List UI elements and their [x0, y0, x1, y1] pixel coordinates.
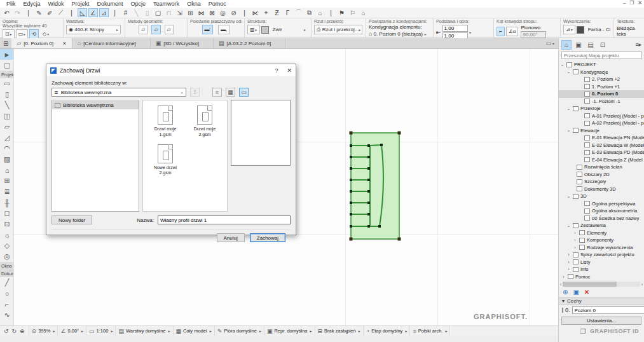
history-forward-icon[interactable]: ↻ [12, 328, 17, 334]
selected-slab-element[interactable] [343, 127, 413, 247]
menu-item[interactable]: Projekt [68, 1, 93, 7]
inject-parameters-icon[interactable]: ✐ [45, 8, 55, 17]
morph-tool[interactable]: ◇ [0, 240, 14, 251]
building-material-selector[interactable]: Żwir▸ [270, 25, 308, 34]
list-view-button[interactable]: ≡ [212, 88, 222, 97]
stretch-icon[interactable]: ⋈ [196, 8, 206, 17]
navigator-menu-icon[interactable]: ≡▸ [635, 41, 641, 48]
tree-poziom-0[interactable]: 0. Poziom 0 [559, 90, 644, 98]
sep[interactable]: | [24, 8, 33, 17]
menu-item[interactable]: Opcje [127, 1, 150, 7]
tree-dokumenty-3d[interactable]: Dokumenty 3D [559, 186, 644, 193]
story-value[interactable]: 0. Poziom 0 (bieżąca) [373, 31, 422, 37]
dialog-help-button[interactable]: ? [275, 67, 278, 74]
marquee-tool[interactable]: ▢ [0, 60, 14, 71]
section-okno[interactable]: Okno [0, 262, 14, 270]
tree-expand-arrow[interactable]: ⌄ [566, 194, 571, 199]
delete-icon[interactable]: ✕ [584, 289, 589, 296]
tree-expand-arrow[interactable]: › [573, 238, 577, 242]
structure-display[interactable]: ▦ Cały model ▸ [174, 326, 215, 336]
tree-expand-arrow[interactable]: › [561, 275, 566, 279]
tree-e03[interactable]: E-03 Elewacja PD (Model - przebudow [559, 149, 644, 156]
project-map-icon[interactable]: ⌂ [561, 40, 572, 50]
dialog-title-bar[interactable]: Zachowaj Drzwi ? ✕ [46, 64, 296, 76]
wall-tool[interactable]: ▭ [0, 78, 14, 89]
tab-3d-wszystko[interactable]: ▣ [3D / Wszystko] [151, 38, 214, 48]
tree-expand-arrow[interactable]: › [573, 245, 577, 250]
geometry-rotated-icon[interactable]: ▱ [165, 25, 174, 34]
tab-poziom-0[interactable]: ▱ [0. Poziom 0] ✕ [11, 38, 72, 48]
fillet-icon[interactable]: Γ [283, 8, 292, 17]
plane-icon[interactable]: ▯ [142, 8, 152, 17]
properties-section-header[interactable]: ▾ Cechy [559, 297, 644, 305]
structure-type-icon[interactable]: ▥▸ [247, 25, 260, 34]
library-combo[interactable]: ≣ Biblioteka wewnętrzna ⌄ [51, 88, 186, 97]
lock-icon[interactable]: ⊓ [164, 8, 174, 17]
railing-tool[interactable]: ╫ [0, 197, 14, 208]
plane-top-icon[interactable]: ▬' [202, 25, 214, 34]
resize-icon[interactable]: ⧉ [305, 8, 314, 17]
section-dokument[interactable]: Dokume [0, 270, 14, 277]
menu-item[interactable]: Teamwork [149, 1, 183, 7]
publisher-icon[interactable]: ⊡ [598, 40, 608, 50]
view-map-icon[interactable]: ▣ [573, 40, 584, 50]
library-file-item[interactable]: Drzwi moje2.gsm [185, 106, 224, 138]
tree-expand-arrow[interactable]: › [573, 231, 577, 235]
tree-pomoc[interactable]: › Pomoc [559, 273, 644, 280]
tree-expand-arrow[interactable]: ⌄ [566, 223, 571, 228]
shell-tool[interactable]: ◠ [0, 143, 14, 154]
plane-bottom-icon[interactable]: ▬, [218, 25, 230, 34]
tree-expand-arrow[interactable]: › [566, 267, 571, 271]
tree-info[interactable]: › Info [559, 266, 644, 273]
element-filter-icon[interactable]: ⚐ [348, 8, 357, 17]
save-button[interactable]: Zachowaj [250, 233, 285, 242]
folder-tree-item-library[interactable]: Biblioteka wewnętrzna [52, 101, 139, 109]
eraser-icon[interactable]: ⟋ [56, 8, 65, 17]
circle-tool[interactable]: ○ [0, 288, 14, 299]
story-name-input[interactable] [572, 306, 644, 314]
menu-item[interactable]: Dokument [93, 1, 127, 7]
plan-section-button[interactable]: ⎙ Rzut i przekrój...▸ [314, 25, 362, 34]
object-tool[interactable]: ⊡ [0, 219, 14, 229]
tree-a02[interactable]: A-02 Przekrój (Model - przebudowani [559, 120, 644, 127]
maximize-button[interactable]: ❐ [629, 0, 634, 6]
tab-close-icon[interactable]: ✕ [62, 41, 67, 46]
split-icon[interactable]: ⋉ [250, 8, 260, 17]
library-file-item[interactable]: Nowe drzwi2.gsm [146, 144, 185, 177]
cancel-button[interactable]: Anuluj [217, 233, 245, 242]
add-viewpoint-icon[interactable]: ⊕ [563, 289, 568, 296]
tree-expand-arrow[interactable]: ⌄ [560, 62, 565, 67]
tree-elementy[interactable]: › Elementy [559, 229, 644, 237]
orbit-icon[interactable]: ⊘ [229, 8, 238, 17]
undo-icon[interactable]: ↶ [2, 8, 11, 17]
tree-e02[interactable]: E-02 Elewacja W (Model - przebudow [559, 142, 644, 149]
dimension-standard[interactable]: ≡ Polski arch. ▸ [410, 326, 450, 336]
close-button[interactable]: ✕ [638, 0, 642, 6]
tree-poziom-plus2[interactable]: 2. Poziom +2 [559, 76, 644, 83]
mesh-tool[interactable]: ▨ [0, 154, 14, 165]
tree-zestawienia[interactable]: ⌄ Zestawienia [559, 222, 644, 229]
details-view-button[interactable]: ▦ [226, 88, 235, 97]
scale[interactable]: ▭ 1:100 ▸ [86, 326, 116, 336]
tree-spisy[interactable]: › Spisy zawartości projektu [559, 251, 644, 259]
table-icon[interactable]: ⊞ [186, 8, 195, 17]
rotate-button[interactable]: ⟲ [29, 29, 39, 39]
rotate-icon[interactable]: ⊠ [207, 8, 217, 17]
popup-navigator-icon[interactable]: ⊞ [0, 38, 11, 48]
edge-custom-icon[interactable]: ∠α [506, 27, 519, 36]
set-square-icon[interactable]: ◺ [78, 8, 87, 17]
dialog-close-button[interactable]: ✕ [287, 67, 292, 74]
paint-bucket-icon[interactable]: ⊿▾ [563, 25, 575, 34]
tree-listy[interactable]: › Listy [559, 259, 644, 266]
beam-tool[interactable]: ╲ [0, 100, 14, 111]
slope-guide-icon[interactable]: ∠ [88, 8, 98, 17]
spline-tool[interactable]: ∿ [0, 310, 14, 320]
surface-selector[interactable]: Farba - Ciemno...▸ [586, 25, 611, 34]
tree-poziom-minus1[interactable]: -1. Poziom -1 [559, 98, 644, 106]
tree-elewacje[interactable]: ⌄ Elewacje [559, 127, 644, 135]
lamp-tool[interactable]: ☼ [0, 229, 14, 240]
menu-item[interactable]: Pomoc [205, 1, 230, 7]
wheel-icon[interactable]: ◎ [218, 8, 228, 17]
folder-up-button[interactable]: ↥ [190, 88, 200, 97]
transfer-settings-icon[interactable]: ⊿ [99, 8, 109, 17]
